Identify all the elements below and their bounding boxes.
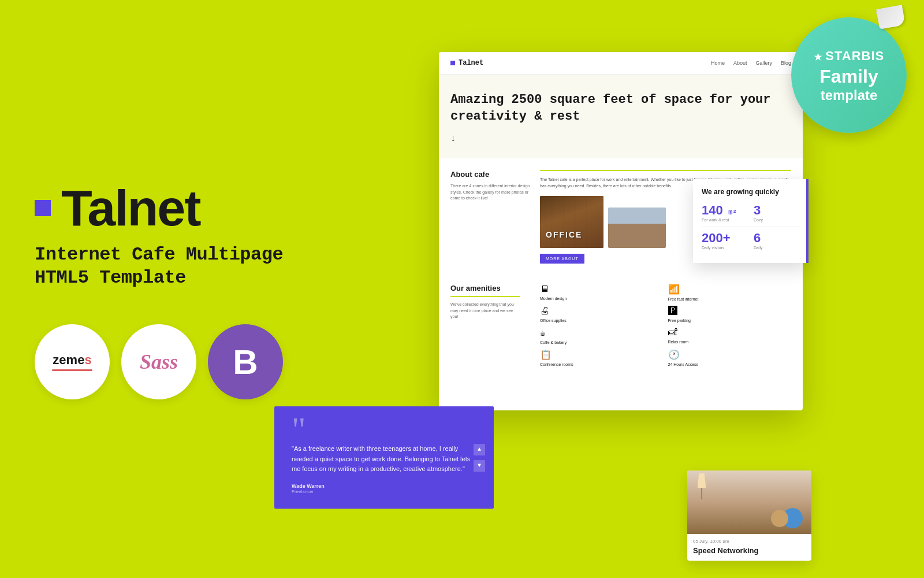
amenity-office-supplies: 🖨 Office supplies: [540, 306, 664, 323]
brand-square: [35, 200, 51, 216]
modern-design-label: Modern design: [540, 297, 567, 301]
preview-hero-title: Amazing 2500 square feet of space for yo…: [450, 92, 791, 125]
office-supplies-label: Office supplies: [540, 318, 567, 323]
preview-nav: Talnet Home About Gallery Blog: [439, 52, 803, 75]
amenities-left: Our amenities We've collected everything…: [450, 284, 520, 366]
relax-icon: 🛋: [668, 327, 677, 338]
preview-amenities: Our amenities We've collected everything…: [439, 275, 803, 375]
people-silhouette: [759, 494, 806, 534]
networking-title: Speed Networking: [687, 546, 811, 561]
stat-area: 140 m² For work & rest: [702, 203, 748, 222]
parking-icon: 🅿: [668, 306, 677, 317]
testimonial-text: "As a freelance writer with three teenag…: [292, 444, 476, 475]
preview-about-left: About cafe There are 4 zones in differen…: [450, 170, 531, 264]
networking-image: [687, 470, 811, 534]
access-label: 24 Hours Access: [668, 362, 699, 366]
nav-link-gallery[interactable]: Gallery: [755, 60, 772, 66]
amenity-coffee: ☕ Coffe & bakery: [540, 327, 664, 344]
testimonial-nav[interactable]: ▲ ▼: [474, 444, 485, 472]
testimonial-card: " "As a freelance writer with three teen…: [274, 406, 494, 509]
amenity-modern-design: 🖥 Modern design: [540, 284, 664, 301]
brand-mark: Talnet: [35, 179, 393, 238]
stats-row-2: 200+ Daily visitors 6 Daily: [702, 231, 800, 250]
conference-icon: 📋: [540, 349, 552, 361]
badge-family: Family: [819, 66, 878, 87]
stat-visitors: 200+ Daily visitors: [702, 231, 748, 250]
stats-card: We are growing quickly 140 m² For work &…: [693, 179, 808, 263]
stat-daily-label: Daily: [754, 246, 800, 250]
amenity-internet: 📶 Free fast internet: [668, 284, 792, 301]
stat-cozy-label: Cozy: [754, 218, 800, 222]
zemes-text: zemes: [52, 353, 92, 368]
parking-label: Free parking: [668, 318, 691, 323]
amenities-grid-container: 🖥 Modern design 📶 Free fast internet 🖨 O…: [528, 284, 791, 366]
bootstrap-logo: B: [208, 324, 283, 399]
amenities-description: We've collected everything that you may …: [450, 302, 520, 320]
stat-area-label: For work & rest: [702, 218, 748, 222]
badge-star: ★ STARBIS: [814, 47, 885, 65]
preview-bikes-image: [608, 208, 666, 248]
nav-link-blog[interactable]: Blog: [781, 60, 791, 66]
preview-about-line: [540, 170, 791, 171]
stat-visitors-value: 200+: [702, 231, 748, 246]
stat-daily-value: 6: [754, 231, 800, 246]
stats-row-1: 140 m² For work & rest 3 Cozy: [702, 203, 800, 222]
bootstrap-b: B: [233, 342, 258, 382]
coffee-label: Coffe & bakery: [540, 340, 567, 344]
testimonial-prev[interactable]: ▲: [474, 444, 485, 455]
testimonial-author-block: Wade Warren Freelancer: [292, 483, 476, 494]
modern-design-icon: 🖥: [540, 284, 549, 295]
office-supplies-icon: 🖨: [540, 306, 549, 317]
amenities-line: [450, 296, 520, 297]
stat-area-value: 140 m²: [702, 203, 748, 218]
testimonial-next[interactable]: ▼: [474, 460, 485, 472]
lamp-decoration: [693, 473, 710, 502]
stats-title: We are growing quickly: [702, 188, 800, 196]
stat-cozy-value: 3: [754, 203, 800, 218]
stat-visitors-label: Daily visitors: [702, 246, 748, 250]
preview-about-title: About cafe: [450, 170, 531, 179]
preview-office-image: OFFICE: [540, 196, 603, 248]
preview-logo: Talnet: [450, 59, 483, 67]
preview-arrow: ↓: [450, 134, 791, 144]
star-icon: ★: [814, 47, 823, 65]
amenities-grid: 🖥 Modern design 📶 Free fast internet 🖨 O…: [528, 284, 791, 366]
zemes-underline: [52, 369, 92, 371]
starbis-badge[interactable]: ★ STARBIS Family template: [791, 17, 907, 133]
stats-divider: [702, 227, 800, 227]
preview-logo-square: [450, 61, 455, 65]
preview-amenities-inner: Our amenities We've collected everything…: [450, 284, 791, 366]
badge-template: template: [821, 87, 878, 103]
tech-logos: zemes Sass B: [35, 324, 393, 399]
testimonial-role: Freelancer: [292, 489, 476, 494]
testimonial-author: Wade Warren: [292, 483, 476, 489]
zemes-logo: zemes: [35, 324, 110, 399]
amenities-title: Our amenities: [450, 284, 520, 292]
amenity-parking: 🅿 Free parking: [668, 306, 792, 323]
amenity-relax: 🛋 Relax room: [668, 327, 792, 344]
stat-daily: 6 Daily: [754, 231, 800, 250]
more-about-button[interactable]: MORE ABOUT: [540, 254, 584, 264]
subtitle-line2: HTML5 Template: [35, 267, 186, 288]
preview-about-left-text: There are 4 zones in different interior …: [450, 183, 531, 202]
bike-silhouettes: [608, 208, 666, 248]
sass-logo: Sass: [121, 324, 196, 399]
amenity-access: 🕐 24 Hours Access: [668, 349, 792, 366]
badge-brand: STARBIS: [825, 49, 884, 64]
sass-text: Sass: [140, 350, 178, 374]
internet-icon: 📶: [668, 284, 680, 295]
networking-card: 05 July, 10:00 am Speed Networking: [687, 470, 811, 561]
preview-hero: Amazing 2500 square feet of space for yo…: [439, 75, 803, 158]
stats-accent: [806, 179, 808, 263]
subtitle-line1: Internet Cafe Multipage: [35, 244, 283, 265]
preview-nav-links: Home About Gallery Blog: [711, 60, 791, 66]
nav-link-home[interactable]: Home: [711, 60, 725, 66]
brand-title: Talnet: [61, 179, 200, 238]
stat-cozy: 3 Cozy: [754, 203, 800, 222]
access-icon: 🕐: [668, 349, 680, 361]
nav-link-about[interactable]: About: [733, 60, 747, 66]
subtitle: Internet Cafe Multipage HTML5 Template: [35, 243, 393, 290]
quote-mark: ": [292, 421, 476, 438]
office-label: OFFICE: [546, 230, 582, 239]
conference-label: Conference rooms: [540, 362, 573, 366]
